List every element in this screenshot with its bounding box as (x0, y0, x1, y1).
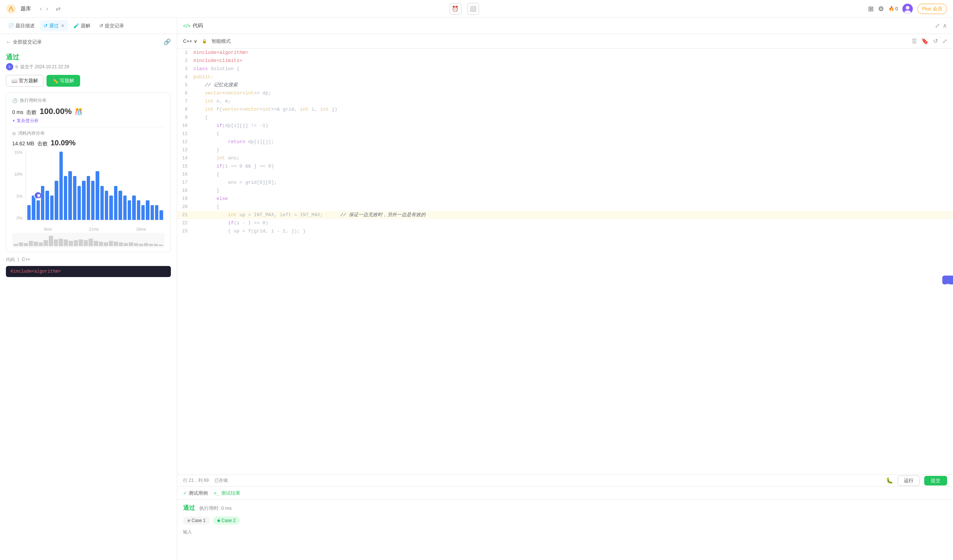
plus-button[interactable]: Plus 会员 (917, 4, 947, 14)
chart-bar (151, 205, 154, 220)
nav-icons: ⊞ ⚙ 🔥 0 (868, 5, 898, 13)
line-content[interactable]: } (192, 187, 953, 195)
collapse-button[interactable]: ∧ (943, 22, 947, 29)
tab-solution-label: 题解 (81, 23, 90, 29)
ai-mode-toggle[interactable]: 智能模式 (211, 38, 231, 45)
beat-emoji: 🎊 (75, 108, 83, 116)
tab-passed-close[interactable]: ✕ (61, 23, 65, 28)
tab-description-label: 题目描述 (16, 23, 35, 29)
run-button[interactable]: 运行 (898, 475, 920, 486)
line-content[interactable]: if(i == 0 && j == 0) (192, 162, 953, 170)
var-token: { (193, 115, 208, 120)
code-line: 22 if(i - 1 >= 0) (177, 219, 953, 227)
lang-selector[interactable]: C++ ∨ (183, 39, 197, 44)
var-token: < (239, 107, 242, 112)
kw-token: return (228, 139, 245, 145)
line-content[interactable]: if(dp[i][j] != -1) (192, 122, 953, 130)
code-lines: 1#include<algorithm>2#include<climits>3c… (177, 49, 953, 235)
solution-icon: 🧪 (73, 23, 79, 28)
footer-code-label[interactable]: 代码 (6, 257, 15, 263)
line-content[interactable]: int up = INT_MAX, left = INT_MAX; // 保证一… (192, 211, 953, 219)
timer-button[interactable]: ⏰ (450, 3, 461, 15)
fullscreen-button[interactable]: ⬜ (467, 3, 479, 15)
cmt-token: // 记忆化搜索 (205, 82, 237, 88)
book-icon: 📖 (11, 78, 17, 84)
mini-chart-bar (129, 242, 133, 246)
mini-chart-bar (139, 244, 143, 246)
avatar[interactable] (902, 4, 913, 14)
footer-lang-value[interactable]: C++ (22, 257, 30, 263)
official-solution-button[interactable]: 📖 官方题解 (6, 75, 43, 87)
settings-icon[interactable]: ⚙ (878, 5, 884, 13)
tab-test-result[interactable]: >_ 测试结果 (214, 490, 240, 497)
complexity-link[interactable]: 复杂度分析 (12, 118, 165, 124)
line-content[interactable]: int ans; (192, 154, 953, 162)
line-content[interactable]: { (192, 130, 953, 138)
performance-title: 🕐 执行用时分布 (12, 97, 165, 104)
write-solution-button[interactable]: ✏️ 写题解 (47, 75, 80, 87)
line-content[interactable]: return dp[i][j]; (192, 138, 953, 146)
bookmark-icon[interactable]: 🔖 (921, 38, 929, 45)
svg-point-2 (906, 6, 910, 9)
var-token: >>& grid, (271, 107, 300, 112)
line-content[interactable]: ans = grid[0][0]; (192, 179, 953, 187)
time-value: 0 ms (12, 109, 23, 115)
logo[interactable] (6, 4, 16, 14)
expand-button[interactable]: ⤢ (935, 22, 940, 29)
line-content[interactable]: class Solution { (192, 65, 953, 73)
line-content[interactable]: { (192, 170, 953, 179)
lock-icon: 🔒 (202, 39, 207, 43)
tab-description[interactable]: 📄 题目描述 (5, 20, 39, 31)
line-content[interactable]: #include<climits> (192, 57, 953, 65)
line-content[interactable]: #include<algorithm> (192, 49, 953, 57)
submit-button[interactable]: 提交 (924, 476, 947, 486)
link-icon[interactable]: 🔗 (163, 39, 171, 45)
code-editor[interactable]: 1#include<algorithm>2#include<climits>3c… (177, 49, 953, 475)
code-line: 2#include<climits> (177, 57, 953, 65)
tab-passed[interactable]: ↺ 通过 ✕ (40, 20, 68, 31)
back-arrow[interactable]: ‹ (39, 5, 43, 13)
kw-token: class (193, 66, 208, 71)
cursor-position: 行 21，列 69 (183, 477, 208, 484)
line-number: 3 (177, 65, 192, 73)
back-nav[interactable]: ← 全部提交记录 (6, 39, 42, 45)
line-content[interactable]: int f(vector<vector<int>>& grid, int i, … (192, 105, 953, 114)
tab-test-case[interactable]: ✓ 测试用例 (183, 490, 208, 497)
line-content[interactable]: } (192, 146, 953, 154)
var-token: (dp[i][j] != -1) (222, 123, 269, 128)
line-content[interactable]: { (192, 203, 953, 211)
line-content[interactable]: { (192, 114, 953, 122)
grid-icon[interactable]: ⊞ (868, 5, 874, 13)
tab-solution[interactable]: 🧪 题解 (70, 20, 94, 31)
line-content[interactable]: { up = f(grid, i - 1, j); } (192, 227, 953, 235)
chart-scrollbar (12, 233, 165, 248)
undo-icon[interactable]: ↺ (933, 38, 938, 45)
shuffle-icon[interactable]: ⇄ (56, 5, 61, 12)
feedback-button[interactable]: 反馈 (942, 275, 953, 285)
stats-divider (12, 127, 165, 127)
tab-submissions[interactable]: ↺ 提交记录 (96, 20, 128, 31)
chart-area: 15% 10% 5% 0% 6ms 11ms 16ms (12, 150, 165, 231)
chart-y-labels: 15% 10% 5% 0% (12, 150, 24, 220)
case-1-button[interactable]: Case 1 (183, 517, 210, 524)
bottom-panel: ✓ 测试用例 >_ 测试结果 通过 执行用时: 0 ms Case 1 (177, 486, 953, 560)
line-content[interactable]: // 记忆化搜索 (192, 81, 953, 89)
code-line: 3class Solution { (177, 65, 953, 73)
case-2-button[interactable]: Case 2 (213, 517, 240, 524)
code-line: 9 { (177, 114, 953, 122)
menu-icon[interactable]: ☰ (912, 38, 917, 45)
chart-bar (160, 210, 163, 220)
line-content[interactable]: public: (192, 73, 953, 81)
mini-chart-bar (94, 241, 98, 246)
line-content[interactable]: if(i - 1 >= 0) (192, 219, 953, 227)
kw-token: if (228, 220, 234, 226)
chart-bar (37, 200, 40, 220)
forward-arrow[interactable]: › (45, 5, 50, 13)
fire-count: 🔥 0 (888, 6, 898, 11)
left-content: ← 全部提交记录 🔗 通过 b b 提交于 2024.10.21 22:29 📖… (0, 34, 177, 560)
line-content[interactable]: int n, m; (192, 97, 953, 105)
var-token: (i - 1 >= 0) (234, 220, 269, 226)
line-content[interactable]: else (192, 195, 953, 203)
line-content[interactable]: vector<vector<int>> dp; (192, 89, 953, 97)
fullscreen-icon[interactable]: ⤢ (942, 38, 947, 45)
